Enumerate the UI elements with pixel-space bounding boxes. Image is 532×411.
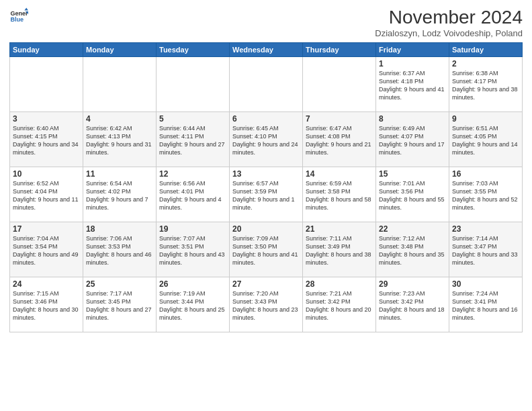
calendar-cell-3-1: 18Sunrise: 7:06 AM Sunset: 3:53 PM Dayli… [83,222,157,277]
calendar-cell-1-2: 5Sunrise: 6:44 AM Sunset: 4:11 PM Daylig… [157,112,230,167]
calendar-cell-3-4: 21Sunrise: 7:11 AM Sunset: 3:49 PM Dayli… [303,222,376,277]
day-info: Sunrise: 7:03 AM Sunset: 3:55 PM Dayligh… [452,179,519,212]
day-number: 8 [379,114,446,124]
calendar-cell-3-5: 22Sunrise: 7:12 AM Sunset: 3:48 PM Dayli… [376,222,449,277]
day-info: Sunrise: 7:24 AM Sunset: 3:41 PM Dayligh… [452,289,519,322]
day-number: 26 [159,279,226,289]
calendar-cell-0-0 [10,57,83,112]
header-row: Sunday Monday Tuesday Wednesday Thursday… [10,43,523,57]
calendar-cell-4-3: 27Sunrise: 7:20 AM Sunset: 3:43 PM Dayli… [230,277,303,332]
calendar-cell-0-5: 1Sunrise: 6:37 AM Sunset: 4:18 PM Daylig… [376,57,449,112]
calendar-cell-3-0: 17Sunrise: 7:04 AM Sunset: 3:54 PM Dayli… [10,222,83,277]
day-info: Sunrise: 7:21 AM Sunset: 3:42 PM Dayligh… [306,289,373,322]
calendar-cell-1-0: 3Sunrise: 6:40 AM Sunset: 4:15 PM Daylig… [10,112,83,167]
day-number: 25 [86,279,153,289]
calendar-cell-1-3: 6Sunrise: 6:45 AM Sunset: 4:10 PM Daylig… [230,112,303,167]
day-info: Sunrise: 6:54 AM Sunset: 4:02 PM Dayligh… [86,179,153,212]
calendar-cell-2-0: 10Sunrise: 6:52 AM Sunset: 4:04 PM Dayli… [10,167,83,222]
calendar-cell-1-6: 9Sunrise: 6:51 AM Sunset: 4:05 PM Daylig… [449,112,523,167]
day-info: Sunrise: 6:52 AM Sunset: 4:04 PM Dayligh… [13,179,80,212]
calendar-cell-3-2: 19Sunrise: 7:07 AM Sunset: 3:51 PM Dayli… [157,222,230,277]
svg-text:General: General [10,10,28,17]
day-number: 28 [306,279,373,289]
calendar-cell-2-2: 12Sunrise: 6:56 AM Sunset: 4:01 PM Dayli… [157,167,230,222]
page: General Blue November 2024 Dzialoszyn, L… [0,0,532,411]
day-info: Sunrise: 7:06 AM Sunset: 3:53 PM Dayligh… [86,234,153,267]
calendar-cell-3-3: 20Sunrise: 7:09 AM Sunset: 3:50 PM Dayli… [230,222,303,277]
day-number: 3 [13,114,80,124]
col-thursday: Thursday [303,43,376,57]
calendar-cell-0-1 [83,57,157,112]
day-info: Sunrise: 7:04 AM Sunset: 3:54 PM Dayligh… [13,234,80,267]
day-info: Sunrise: 7:23 AM Sunset: 3:42 PM Dayligh… [379,289,446,322]
day-info: Sunrise: 6:40 AM Sunset: 4:15 PM Dayligh… [13,124,80,157]
title-block: November 2024 Dzialoszyn, Lodz Voivodesh… [375,7,523,38]
calendar: Sunday Monday Tuesday Wednesday Thursday… [9,42,523,332]
calendar-cell-0-3 [230,57,303,112]
day-info: Sunrise: 7:01 AM Sunset: 3:56 PM Dayligh… [379,179,446,212]
day-number: 30 [452,279,519,289]
svg-marker-2 [24,7,28,10]
col-monday: Monday [83,43,157,57]
calendar-cell-1-1: 4Sunrise: 6:42 AM Sunset: 4:13 PM Daylig… [83,112,157,167]
day-info: Sunrise: 7:12 AM Sunset: 3:48 PM Dayligh… [379,234,446,267]
day-number: 20 [232,224,300,234]
day-number: 5 [159,114,226,124]
day-info: Sunrise: 7:20 AM Sunset: 3:43 PM Dayligh… [232,289,300,322]
day-number: 29 [379,279,446,289]
day-info: Sunrise: 7:14 AM Sunset: 3:47 PM Dayligh… [452,234,519,267]
calendar-cell-2-1: 11Sunrise: 6:54 AM Sunset: 4:02 PM Dayli… [83,167,157,222]
logo-icon: General Blue [9,7,28,26]
day-number: 1 [379,59,446,68]
month-title: November 2024 [375,7,523,28]
week-row-2: 10Sunrise: 6:52 AM Sunset: 4:04 PM Dayli… [10,167,523,222]
day-info: Sunrise: 6:49 AM Sunset: 4:07 PM Dayligh… [379,124,446,157]
day-info: Sunrise: 7:07 AM Sunset: 3:51 PM Dayligh… [159,234,226,267]
subtitle: Dzialoszyn, Lodz Voivodeship, Poland [375,28,523,38]
calendar-cell-0-6: 2Sunrise: 6:38 AM Sunset: 4:17 PM Daylig… [449,57,523,112]
calendar-cell-4-0: 24Sunrise: 7:15 AM Sunset: 3:46 PM Dayli… [10,277,83,332]
calendar-cell-2-3: 13Sunrise: 6:57 AM Sunset: 3:59 PM Dayli… [230,167,303,222]
day-info: Sunrise: 7:11 AM Sunset: 3:49 PM Dayligh… [306,234,373,267]
day-number: 24 [13,279,80,289]
calendar-cell-4-5: 29Sunrise: 7:23 AM Sunset: 3:42 PM Dayli… [376,277,449,332]
day-info: Sunrise: 6:37 AM Sunset: 4:18 PM Dayligh… [379,69,446,102]
day-number: 4 [86,114,153,124]
day-info: Sunrise: 6:45 AM Sunset: 4:10 PM Dayligh… [232,124,300,157]
day-info: Sunrise: 6:47 AM Sunset: 4:08 PM Dayligh… [306,124,373,157]
day-info: Sunrise: 7:15 AM Sunset: 3:46 PM Dayligh… [13,289,80,322]
week-row-0: 1Sunrise: 6:37 AM Sunset: 4:18 PM Daylig… [10,57,523,112]
day-number: 12 [159,169,226,179]
day-info: Sunrise: 7:09 AM Sunset: 3:50 PM Dayligh… [232,234,300,267]
day-info: Sunrise: 6:42 AM Sunset: 4:13 PM Dayligh… [86,124,153,157]
day-info: Sunrise: 6:59 AM Sunset: 3:58 PM Dayligh… [306,179,373,212]
week-row-1: 3Sunrise: 6:40 AM Sunset: 4:15 PM Daylig… [10,112,523,167]
day-number: 11 [86,169,153,179]
header: General Blue November 2024 Dzialoszyn, L… [9,7,523,38]
week-row-4: 24Sunrise: 7:15 AM Sunset: 3:46 PM Dayli… [10,277,523,332]
logo: General Blue [9,7,28,26]
day-number: 19 [159,224,226,234]
calendar-cell-1-5: 8Sunrise: 6:49 AM Sunset: 4:07 PM Daylig… [376,112,449,167]
calendar-cell-1-4: 7Sunrise: 6:47 AM Sunset: 4:08 PM Daylig… [303,112,376,167]
day-number: 7 [306,114,373,124]
calendar-cell-4-1: 25Sunrise: 7:17 AM Sunset: 3:45 PM Dayli… [83,277,157,332]
day-number: 6 [232,114,300,124]
day-info: Sunrise: 6:44 AM Sunset: 4:11 PM Dayligh… [159,124,226,157]
day-number: 17 [13,224,80,234]
day-info: Sunrise: 7:17 AM Sunset: 3:45 PM Dayligh… [86,289,153,322]
calendar-cell-2-6: 16Sunrise: 7:03 AM Sunset: 3:55 PM Dayli… [449,167,523,222]
col-saturday: Saturday [449,43,523,57]
calendar-cell-2-5: 15Sunrise: 7:01 AM Sunset: 3:56 PM Dayli… [376,167,449,222]
calendar-cell-2-4: 14Sunrise: 6:59 AM Sunset: 3:58 PM Dayli… [303,167,376,222]
day-info: Sunrise: 6:51 AM Sunset: 4:05 PM Dayligh… [452,124,519,157]
day-number: 2 [452,59,519,68]
day-info: Sunrise: 6:57 AM Sunset: 3:59 PM Dayligh… [232,179,300,212]
calendar-cell-0-2 [157,57,230,112]
day-number: 27 [232,279,300,289]
day-number: 18 [86,224,153,234]
day-number: 9 [452,114,519,124]
day-info: Sunrise: 6:56 AM Sunset: 4:01 PM Dayligh… [159,179,226,212]
day-number: 21 [306,224,373,234]
calendar-cell-4-2: 26Sunrise: 7:19 AM Sunset: 3:44 PM Dayli… [157,277,230,332]
